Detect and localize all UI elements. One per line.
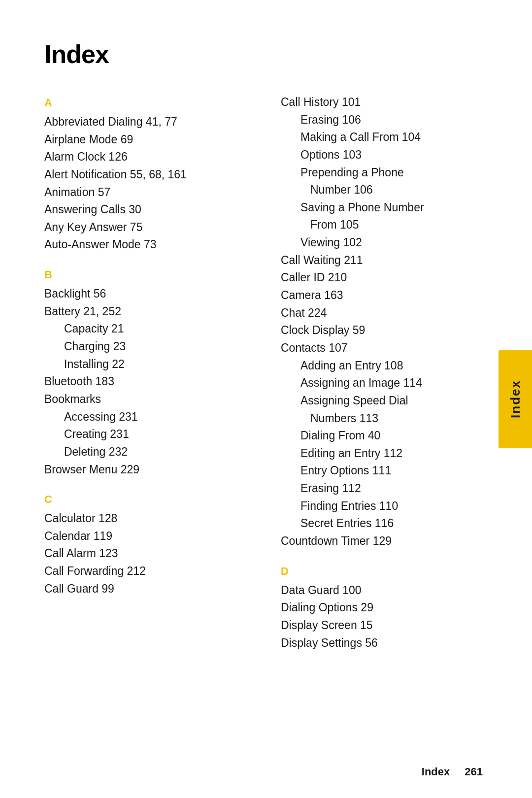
list-item: Caller ID 210 bbox=[281, 269, 488, 287]
list-item: Abbreviated Dialing 41, 77 bbox=[44, 113, 251, 131]
section-call-history: Call History 101 Erasing 106 Making a Ca… bbox=[281, 94, 488, 550]
list-item: Saving a Phone Number bbox=[281, 199, 488, 217]
list-item: Erasing 112 bbox=[281, 480, 488, 498]
list-item: Bluetooth 183 bbox=[44, 373, 251, 391]
list-item: Assigning Speed Dial bbox=[281, 392, 488, 410]
list-item: Making a Call From 104 bbox=[281, 129, 488, 146]
footer-label: Index bbox=[422, 765, 450, 778]
footer-page: 261 bbox=[465, 765, 483, 778]
list-item: Browser Menu 229 bbox=[44, 461, 251, 479]
list-item: Installing 22 bbox=[44, 356, 251, 373]
section-letter-c: C bbox=[44, 493, 251, 506]
list-item: Chat 224 bbox=[281, 304, 488, 322]
list-item: Editing an Entry 112 bbox=[281, 445, 488, 463]
list-item: Alert Notification 55, 68, 161 bbox=[44, 166, 251, 184]
list-item: Calendar 119 bbox=[44, 528, 251, 545]
list-item: Any Key Answer 75 bbox=[44, 219, 251, 236]
list-item: Display Settings 56 bbox=[281, 634, 488, 652]
section-c: C Calculator 128 Calendar 119 Call Alarm… bbox=[44, 493, 251, 598]
list-item: Backlight 56 bbox=[44, 285, 251, 303]
list-item: Alarm Clock 126 bbox=[44, 148, 251, 166]
content-columns: A Abbreviated Dialing 41, 77 Airplane Mo… bbox=[44, 94, 488, 655]
footer: Index 261 bbox=[422, 765, 483, 778]
list-item: Dialing From 40 bbox=[281, 427, 488, 445]
list-item: Assigning an Image 114 bbox=[281, 374, 488, 392]
list-item: Answering Calls 30 bbox=[44, 201, 251, 219]
list-item: Accessing 231 bbox=[44, 408, 251, 426]
side-tab-label: Index bbox=[508, 380, 523, 418]
list-item: Countdown Timer 129 bbox=[281, 532, 488, 550]
list-item: Creating 231 bbox=[44, 426, 251, 443]
list-item: Battery 21, 252 bbox=[44, 303, 251, 321]
page-container: Index A Abbreviated Dialing 41, 77 Airpl… bbox=[0, 0, 532, 798]
list-item: Auto-Answer Mode 73 bbox=[44, 236, 251, 254]
right-column: Call History 101 Erasing 106 Making a Ca… bbox=[281, 94, 488, 655]
list-item: Capacity 21 bbox=[44, 320, 251, 338]
page-title: Index bbox=[44, 39, 488, 69]
list-item: Animation 57 bbox=[44, 184, 251, 201]
list-item: Call Alarm 123 bbox=[44, 545, 251, 563]
list-item: Calculator 128 bbox=[44, 510, 251, 528]
list-item: Clock Display 59 bbox=[281, 322, 488, 339]
list-item: Viewing 102 bbox=[281, 234, 488, 252]
left-column: A Abbreviated Dialing 41, 77 Airplane Mo… bbox=[44, 94, 251, 655]
list-item: Display Screen 15 bbox=[281, 617, 488, 634]
list-item: Call Forwarding 212 bbox=[44, 563, 251, 580]
section-letter-d: D bbox=[281, 565, 488, 578]
list-item: From 105 bbox=[281, 216, 488, 234]
section-letter-a: A bbox=[44, 97, 251, 109]
list-item: Secret Entries 116 bbox=[281, 515, 488, 532]
list-item: Contacts 107 bbox=[281, 339, 488, 357]
list-item: Options 103 bbox=[281, 146, 488, 164]
section-letter-b: B bbox=[44, 268, 251, 281]
side-tab: Index bbox=[499, 350, 532, 448]
section-d: D Data Guard 100 Dialing Options 29 Disp… bbox=[281, 565, 488, 652]
list-item: Camera 163 bbox=[281, 287, 488, 304]
list-item: Adding an Entry 108 bbox=[281, 357, 488, 375]
list-item: Call Waiting 211 bbox=[281, 252, 488, 269]
section-a: A Abbreviated Dialing 41, 77 Airplane Mo… bbox=[44, 97, 251, 254]
list-item: Call Guard 99 bbox=[44, 580, 251, 598]
list-item: Number 106 bbox=[281, 181, 488, 199]
list-item: Bookmarks bbox=[44, 391, 251, 408]
list-item: Charging 23 bbox=[44, 338, 251, 356]
list-item: Deleting 232 bbox=[44, 443, 251, 461]
list-item: Dialing Options 29 bbox=[281, 599, 488, 617]
list-item: Data Guard 100 bbox=[281, 582, 488, 599]
section-b: B Backlight 56 Battery 21, 252 Capacity … bbox=[44, 268, 251, 478]
list-item: Prepending a Phone bbox=[281, 164, 488, 182]
list-item: Call History 101 bbox=[281, 94, 488, 111]
list-item: Finding Entries 110 bbox=[281, 498, 488, 515]
list-item: Entry Options 111 bbox=[281, 462, 488, 480]
list-item: Airplane Mode 69 bbox=[44, 131, 251, 149]
list-item: Erasing 106 bbox=[281, 111, 488, 129]
list-item: Numbers 113 bbox=[281, 410, 488, 428]
